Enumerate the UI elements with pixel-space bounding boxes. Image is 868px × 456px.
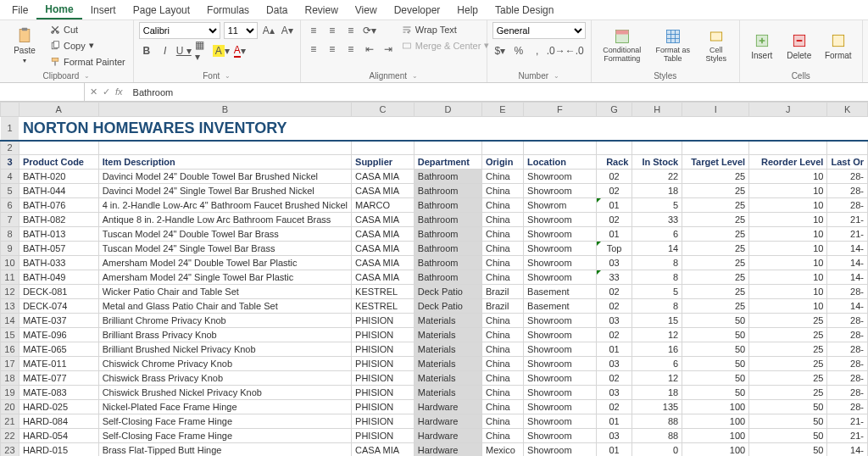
cell[interactable]: PHISION [352,357,415,371]
cell[interactable]: 50 [682,357,749,371]
cell[interactable]: Chiswick Brass Privacy Knob [98,371,351,386]
col-header-F[interactable]: F [524,103,597,117]
cell[interactable]: 28- [827,328,868,342]
percent-button[interactable]: % [511,43,526,58]
sheet-title[interactable]: NORTON HOMEWARES INVENTORY [19,117,867,141]
row-header-1[interactable]: 1 [1,117,19,141]
cell[interactable]: CASA MIA [352,213,415,227]
format-cells-button[interactable]: Format [820,22,857,70]
cell[interactable]: CASA MIA [352,270,415,285]
cell[interactable]: 14- [827,270,868,285]
align-bottom-icon[interactable]: ≡ [343,23,359,38]
cell[interactable]: 25 [682,242,749,256]
menu-help[interactable]: Help [448,2,487,19]
row-header-6[interactable]: 6 [1,198,19,213]
align-top-icon[interactable]: ≡ [306,23,321,38]
cell[interactable]: China [482,198,524,213]
row-header-8[interactable]: 8 [1,227,19,242]
row-header-3[interactable]: 3 [1,155,19,170]
cell[interactable]: Antique 8 in. 2-Handle Low Arc Bathroom … [98,213,351,227]
fill-color-button[interactable]: A▾ [214,43,229,58]
cell[interactable]: 8 [632,299,682,314]
menu-table-design[interactable]: Table Design [487,2,562,19]
cell[interactable]: CASA MIA [352,256,415,270]
cell[interactable] [352,141,415,155]
row-header-22[interactable]: 22 [1,429,19,443]
cell[interactable]: 28- [827,342,868,357]
cell[interactable]: Basement [524,299,597,314]
row-header-17[interactable]: 17 [1,357,19,371]
row-header-5[interactable]: 5 [1,184,19,198]
cell[interactable]: 03 [596,256,632,270]
cell[interactable]: China [482,227,524,242]
cell[interactable]: MATE-037 [19,314,98,328]
cell[interactable] [596,141,632,155]
cell[interactable]: Hardware [414,429,481,443]
col-title-j[interactable]: Reorder Level [749,155,827,170]
cell[interactable]: BATH-033 [19,256,98,270]
row-header-10[interactable]: 10 [1,256,19,270]
cell[interactable]: 02 [596,285,632,299]
cell[interactable]: Nickel-Plated Face Frame Hinge [98,400,351,414]
select-all-corner[interactable] [1,103,19,117]
cell[interactable]: Deck Patio [414,285,481,299]
cell[interactable]: 10 [749,270,827,285]
col-title-c[interactable]: Supplier [352,155,415,170]
row-header-7[interactable]: 7 [1,213,19,227]
cell[interactable]: 25 [749,328,827,342]
cell[interactable]: PHISION [352,386,415,400]
cell[interactable]: Showroom [524,400,597,414]
row-header-4[interactable]: 4 [1,170,19,184]
col-title-k[interactable]: Last Or [827,155,868,170]
cell[interactable]: 25 [749,314,827,328]
cell[interactable]: Chiswick Brushed Nickel Privacy Knob [98,386,351,400]
cell[interactable]: PHISION [352,400,415,414]
cell[interactable] [414,141,481,155]
cell[interactable]: 10 [749,299,827,314]
cell[interactable]: 10 [749,213,827,227]
decrease-font-icon[interactable]: A▾ [280,23,295,38]
cut-button[interactable]: Cut [47,22,128,36]
cell[interactable]: BATH-076 [19,198,98,213]
cell[interactable]: DECK-074 [19,299,98,314]
cell[interactable]: Showroom [524,270,597,285]
cell[interactable]: 50 [682,386,749,400]
col-header-H[interactable]: H [632,103,682,117]
cell[interactable]: 88 [632,414,682,429]
align-center-icon[interactable]: ≡ [325,42,340,57]
cell[interactable]: 10 [749,285,827,299]
cell[interactable]: BATH-020 [19,170,98,184]
cell[interactable]: 6 [632,357,682,371]
cell[interactable]: Showroom [524,227,597,242]
cell[interactable]: 14- [827,443,868,457]
cell[interactable]: 50 [682,328,749,342]
cell[interactable]: 8 [632,270,682,285]
cell[interactable]: 10 [749,170,827,184]
borders-button[interactable]: ▦ ▾ [195,43,210,58]
cell[interactable]: 21- [827,227,868,242]
cell[interactable]: Showroom [524,414,597,429]
menu-data[interactable]: Data [258,2,296,19]
cell[interactable]: 50 [749,400,827,414]
cell[interactable]: Materials [414,357,481,371]
cell[interactable]: Amersham Model 24" Single Towel Bar Plas… [98,270,351,285]
col-header-E[interactable]: E [482,103,524,117]
format-as-table-button[interactable]: Format as Table [651,22,695,70]
cell[interactable]: 02 [596,299,632,314]
cell[interactable]: Bathroom [414,242,481,256]
row-header-9[interactable]: 9 [1,242,19,256]
cell[interactable]: 33 [632,213,682,227]
cell[interactable]: 12 [632,328,682,342]
cell-styles-button[interactable]: Cell Styles [698,22,734,70]
cell[interactable]: 4 in. 2-Handle Low-Arc 4" Bathroom Fauce… [98,198,351,213]
inc-decimal-button[interactable]: .0→ [548,43,564,58]
cell[interactable]: 03 [596,429,632,443]
cell[interactable]: 28- [827,198,868,213]
row-header-14[interactable]: 14 [1,314,19,328]
cell[interactable]: 25 [682,299,749,314]
col-header-I[interactable]: I [682,103,749,117]
row-header-13[interactable]: 13 [1,299,19,314]
row-header-2[interactable]: 2 [1,141,19,155]
cell[interactable]: CASA MIA [352,443,415,457]
cell[interactable]: 28- [827,371,868,386]
